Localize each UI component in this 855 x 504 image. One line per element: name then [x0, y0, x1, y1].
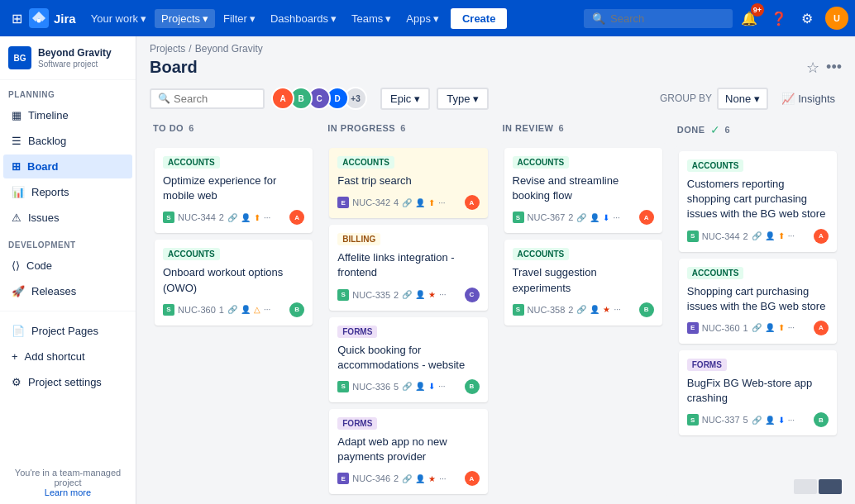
card-title: Onboard workout options (OWO): [163, 265, 304, 295]
user-avatar[interactable]: U: [825, 7, 848, 30]
card-avatar: B: [289, 302, 304, 317]
card-footer: S NUC-358 2 🔗 👤 ★ ··· B: [513, 302, 654, 317]
grid-icon-button[interactable]: ⊞: [7, 7, 27, 30]
card-done-nuc-337[interactable]: FORMS BugFix BG Web-store app crashing S…: [679, 350, 837, 435]
priority-icon: ⬇: [603, 213, 609, 222]
issues-icon: ⚠: [12, 212, 21, 224]
sidebar-item-project-settings[interactable]: ⚙ Project settings: [3, 370, 132, 394]
search-box[interactable]: 🔍: [150, 88, 265, 109]
sidebar-item-issues[interactable]: ⚠ Issues: [3, 206, 132, 230]
link-icon: 🔗: [402, 290, 412, 299]
card-nuc-335[interactable]: BILLING Affelite links integration - fro…: [329, 225, 487, 310]
help-icon-button[interactable]: ❓: [766, 5, 792, 31]
card-avatar: A: [639, 210, 654, 225]
page-btn-2[interactable]: [819, 479, 842, 494]
card-footer: S NUC-344 2 🔗 👤 ⬆ ··· A: [687, 229, 829, 244]
card-num: 2: [743, 231, 748, 241]
card-avatar: B: [814, 412, 829, 427]
epic-filter-button[interactable]: Epic▾: [380, 88, 430, 110]
chart-icon: 📈: [781, 93, 795, 105]
column-done: DONE ✓ 6 ACCOUNTS Customers reporting sh…: [674, 116, 842, 497]
sidebar-item-releases[interactable]: 🚀 Releases: [3, 279, 132, 303]
link-icon: 🔗: [402, 198, 412, 207]
column-inreview-header: IN REVIEW 6: [499, 116, 667, 140]
settings-icon-button[interactable]: ⚙: [794, 5, 820, 31]
card-done-nuc-344[interactable]: ACCOUNTS Customers reporting shopping ca…: [679, 151, 837, 252]
card-nuc-358[interactable]: ACCOUNTS Travel suggestion experiments S…: [504, 240, 662, 325]
page-title: Board: [150, 58, 800, 77]
card-avatar: A: [814, 321, 829, 335]
sidebar-item-project-pages[interactable]: 📄 Project Pages: [3, 319, 132, 343]
search-input[interactable]: [610, 12, 709, 25]
priority-icon: △: [254, 305, 260, 314]
column-done-header: DONE ✓ 6: [674, 116, 842, 143]
person-icon: 👤: [415, 474, 425, 483]
card-label: ACCOUNTS: [513, 156, 570, 169]
avatars-filter: A B C D +3: [271, 87, 374, 110]
search-icon: 🔍: [592, 12, 605, 25]
search-bar[interactable]: 🔍: [584, 9, 733, 28]
sidebar-item-code[interactable]: ⟨⟩ Code: [3, 254, 132, 278]
card-nuc-367[interactable]: ACCOUNTS Revise and streamline booking f…: [504, 148, 662, 233]
sidebar-item-add-shortcut[interactable]: + Add shortcut: [3, 345, 132, 368]
card-id: NUC-335: [352, 290, 390, 300]
notifications-button[interactable]: 🔔 9+: [736, 5, 762, 31]
sidebar-item-backlog[interactable]: ☰ Backlog: [3, 129, 132, 153]
group-by-dropdown[interactable]: None▾: [717, 88, 768, 110]
filters-menu[interactable]: Filter▾: [217, 9, 262, 28]
sidebar-project-info[interactable]: BG Beyond Gravity Software project: [0, 36, 136, 80]
card-nuc-342[interactable]: ACCOUNTS Fast trip search E NUC-342 4 🔗 …: [329, 148, 487, 218]
projects-menu[interactable]: Projects▾: [155, 9, 215, 28]
sidebar-item-code-label: Code: [26, 259, 52, 272]
card-footer: S NUC-336 5 🔗 👤 ⬇ ··· B: [337, 379, 479, 394]
project-pages-icon: 📄: [12, 325, 25, 337]
sidebar-item-board[interactable]: ⊞ Board: [3, 155, 132, 178]
your-work-menu[interactable]: Your work▾: [84, 9, 153, 28]
card-title: Shopping cart purchasing issues with the…: [687, 284, 829, 314]
dots-icon: ···: [438, 382, 445, 391]
priority-icon: ⬇: [428, 382, 435, 391]
card-nuc-346[interactable]: FORMS Adapt web app no new payments prov…: [329, 409, 487, 494]
story-icon: S: [337, 381, 349, 392]
avatar-filter-1[interactable]: A: [271, 87, 294, 110]
card-done-nuc-360[interactable]: ACCOUNTS Shopping cart purchasing issues…: [679, 259, 837, 344]
priority-icon: ⬇: [778, 416, 785, 425]
dots-icon: ···: [439, 474, 446, 483]
column-todo-cards: ACCOUNTS Optimize experience for mobile …: [150, 143, 318, 497]
dashboards-menu[interactable]: Dashboards▾: [264, 9, 343, 28]
learn-more-link[interactable]: Learn more: [45, 487, 91, 497]
sidebar-item-timeline[interactable]: ▦ Timeline: [3, 103, 132, 127]
type-filter-button[interactable]: Type▾: [437, 88, 489, 110]
breadcrumb: Projects / Beyond Gravity: [136, 36, 855, 55]
story-icon: S: [337, 289, 349, 301]
card-nuc-360[interactable]: ACCOUNTS Onboard workout options (OWO) S…: [155, 240, 313, 325]
page-btn-1[interactable]: [794, 479, 817, 494]
card-label: BILLING: [337, 233, 380, 245]
card-num: 1: [219, 305, 224, 315]
apps-menu[interactable]: Apps▾: [399, 9, 446, 28]
teams-menu[interactable]: Teams▾: [345, 9, 398, 28]
story-icon: S: [513, 212, 524, 223]
more-options-button[interactable]: •••: [826, 59, 842, 76]
card-id: NUC-358: [528, 305, 566, 315]
card-avatar: A: [465, 471, 480, 486]
card-label: FORMS: [687, 359, 727, 371]
column-inprogress: IN PROGRESS 6 ACCOUNTS Fast trip search …: [324, 116, 492, 497]
link-icon: 🔗: [752, 416, 762, 425]
create-button[interactable]: Create: [451, 8, 507, 29]
board-search-input[interactable]: [174, 93, 256, 105]
insights-button[interactable]: 📈 Insights: [775, 89, 842, 108]
story-icon: S: [163, 304, 174, 316]
card-id: NUC-346: [352, 473, 390, 483]
card-nuc-336[interactable]: FORMS Quick booking for accommodations -…: [329, 317, 487, 402]
sidebar-item-reports[interactable]: 📊 Reports: [3, 180, 132, 204]
star-button[interactable]: ☆: [806, 59, 819, 77]
card-id: NUC-360: [178, 305, 216, 315]
card-num: 2: [568, 212, 573, 222]
breadcrumb-projects[interactable]: Projects: [150, 43, 185, 55]
card-nuc-344[interactable]: ACCOUNTS Optimize experience for mobile …: [155, 148, 313, 233]
column-inreview-count: 6: [558, 123, 563, 133]
card-title: Optimize experience for mobile web: [163, 174, 304, 203]
person-icon: 👤: [765, 231, 775, 240]
breadcrumb-project[interactable]: Beyond Gravity: [195, 43, 263, 55]
